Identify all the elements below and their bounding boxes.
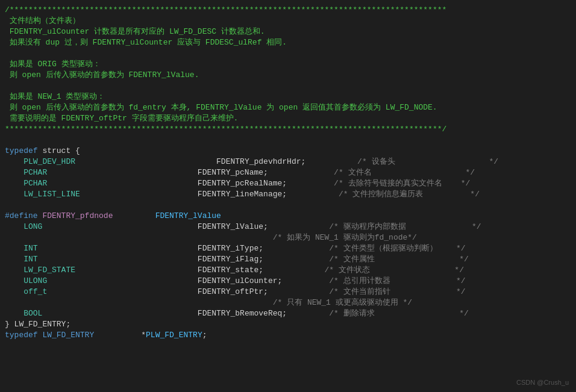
code-line bbox=[0, 200, 576, 211]
code-line: 如果是 ORIG 类型驱动： bbox=[0, 59, 576, 70]
code-line bbox=[0, 48, 576, 59]
code-line: PCHAR FDENTRY_pcName; /* 文件名 */ bbox=[0, 167, 576, 178]
code-line: typedef LW_FD_ENTRY *PLW_FD_ENTRY; bbox=[0, 330, 576, 341]
code-line bbox=[0, 81, 576, 92]
code-line: LW_LIST_LINE FDENTRY_lineManage; /* 文件控制… bbox=[0, 189, 576, 200]
code-line: /* 如果为 NEW_1 驱动则为fd_node*/ bbox=[0, 232, 576, 243]
code-line bbox=[0, 135, 576, 146]
watermark: CSDN @Crush_u bbox=[516, 379, 569, 386]
code-line: LONG FDENTRY_lValue; /* 驱动程序内部数据 */ bbox=[0, 222, 576, 232]
code-line: typedef struct { bbox=[0, 146, 576, 157]
code-line: 如果没有 dup 过，则 FDENTRY_ulCounter 应该与 FDDES… bbox=[0, 37, 576, 48]
code-line: LW_FD_STATE FDENTRY_state; /* 文件状态 */ bbox=[0, 265, 576, 276]
code-editor: /***************************************… bbox=[0, 0, 576, 392]
code-line: BOOL FDENTRY_bRemoveReq; /* 删除请求 */ bbox=[0, 308, 576, 319]
code-line: ****************************************… bbox=[0, 124, 576, 135]
code-line: 则 open 后传入驱动的首参数为 fd_entry 本身, FDENTRY_l… bbox=[0, 102, 576, 113]
code-line: } LW_FD_ENTRY; bbox=[0, 319, 576, 330]
code-line: PCHAR FDENTRY_pcRealName; /* 去除符号链接的真实文件… bbox=[0, 178, 576, 189]
code-line: 如果是 NEW_1 类型驱动： bbox=[0, 92, 576, 102]
code-line: 需要说明的是 FDENTRY_oftPtr 字段需要驱动程序自己来维护. bbox=[0, 113, 576, 124]
code-line: 文件结构（文件表） bbox=[0, 16, 576, 26]
code-line: INT FDENTRY_iType; /* 文件类型（根据驱动判断） */ bbox=[0, 243, 576, 254]
code-line: FDENTRY_ulCounter 计数器是所有对应的 LW_FD_DESC 计… bbox=[0, 26, 576, 37]
code-line: /* 只有 NEW_1 或更高级驱动使用 */ bbox=[0, 297, 576, 308]
code-line: INT FDENTRY_iFlag; /* 文件属性 */ bbox=[0, 254, 576, 265]
code-line: 则 open 后传入驱动的首参数为 FDENTRY_lValue. bbox=[0, 70, 576, 81]
code-line: ULONG FDENTRY_ulCounter; /* 总引用计数器 */ bbox=[0, 276, 576, 287]
code-line: /***************************************… bbox=[0, 5, 576, 16]
code-line: #define FDENTRY_pfdnode FDENTRY_lValue bbox=[0, 211, 576, 222]
code-line: PLW_DEV_HDR FDENTRY_pdevhdrHdr; /* 设备头 *… bbox=[0, 157, 576, 167]
code-lines: /***************************************… bbox=[0, 5, 576, 341]
code-line: off_t FDENTRY_oftPtr; /* 文件当前指针 */ bbox=[0, 287, 576, 297]
